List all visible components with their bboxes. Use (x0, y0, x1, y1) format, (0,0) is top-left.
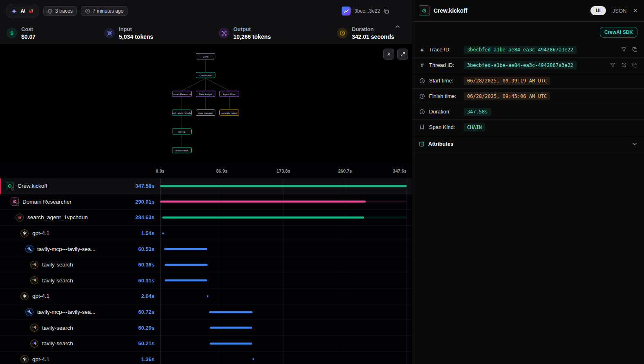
traces-count-label: 3 traces (55, 8, 73, 14)
span-name: tavily-mcp---tavily-sea... (37, 246, 134, 252)
graph-node[interactable]: Domain Researcher (172, 91, 192, 97)
span-bar[interactable] (162, 216, 364, 218)
timeline-row[interactable]: gpt-4.11.36s (0, 352, 412, 364)
field-label: Duration: (429, 109, 460, 115)
field-value: 06/28/2025, 09:39:19 AM UTC (464, 77, 550, 85)
timeline-row[interactable]: tavily-search60.31s (0, 273, 412, 289)
span-bar[interactable] (165, 264, 208, 266)
span-bar[interactable] (210, 342, 252, 344)
field-actions (621, 47, 637, 52)
graph-node[interactable]: gpt-4.1 (172, 129, 192, 135)
span-duration: 290.01s (135, 199, 154, 205)
sdk-badge-row: CrewAI SDK (412, 22, 644, 42)
axis-tick: 260.7s (338, 169, 352, 173)
clock-icon (419, 93, 425, 99)
close-panel-icon[interactable]: × (633, 7, 637, 14)
hash-icon: # (419, 47, 425, 53)
expand-graph-icon[interactable] (397, 49, 408, 60)
timeline-row[interactable]: ⚙Crew.kickoff347.58s (0, 178, 412, 194)
trace-id-short: 3bec...3e22 (354, 8, 380, 14)
timeline-row[interactable]: tavily-mcp---tavily-sea...60.53s (0, 241, 412, 257)
trace-age-label: 7 minutes ago (93, 8, 123, 14)
field-label: Span Kind: (429, 124, 460, 130)
graph-node[interactable]: crew_manager (196, 110, 215, 116)
span-name: tavily-search (42, 325, 134, 331)
row-bar-lane (160, 178, 407, 194)
span-name: tavily-mcp---tavily-sea... (37, 309, 134, 315)
span-bar[interactable] (209, 311, 253, 313)
filter-icon[interactable] (610, 62, 615, 68)
chart-icon[interactable] (342, 7, 351, 16)
external-link-icon[interactable] (621, 62, 626, 68)
graph-node[interactable]: Crew.kickoff (196, 72, 215, 78)
layers-icon (47, 9, 53, 14)
trace-age-badge[interactable]: 7 minutes ago (81, 6, 127, 16)
span-bar[interactable] (162, 232, 164, 234)
copy-icon[interactable] (632, 62, 637, 68)
tools-icon (25, 245, 34, 253)
openai-icon (20, 355, 29, 363)
span-duration: 347.58s (135, 183, 154, 189)
copy-icon[interactable] (632, 47, 637, 52)
anthropic-logo: A\ (20, 8, 25, 14)
crewai-agent-icon: ⚙ (11, 198, 19, 206)
graph-node[interactable]: generate_report (219, 110, 239, 116)
timeline-row[interactable]: gpt-4.11.54s (0, 226, 412, 242)
row-label-area: ⚙Crew.kickoff347.58s (0, 182, 160, 190)
detail-fields: #Trace ID:3becbfed-a1be-ae84-ea3c-494286… (412, 42, 644, 135)
axis-tick: 0.0s (156, 169, 164, 173)
chevron-down-icon[interactable] (632, 141, 637, 147)
span-name: Domain Researcher (22, 199, 132, 205)
span-bar[interactable] (164, 248, 207, 250)
span-bar[interactable] (210, 327, 252, 329)
span-bar[interactable] (165, 280, 207, 282)
openai-icon (20, 292, 29, 300)
close-graph-icon[interactable]: × (383, 49, 394, 60)
tab-ui[interactable]: UI (590, 6, 606, 15)
stat-input: Input 5,034 tokens (104, 26, 219, 40)
stat-cost: $ Cost $0.07 (7, 26, 104, 40)
chevron-up-icon[interactable] (395, 24, 400, 31)
row-bar-lane (160, 273, 407, 289)
field-value: 3becbfed-a1be-ae84-ea3c-4942867a3e22 (464, 61, 577, 69)
timeline-row[interactable]: search_agent_1vpchdun284.63s (0, 210, 412, 226)
row-bar-lane (160, 210, 407, 225)
graph-node[interactable]: Crew (196, 53, 215, 60)
sparkle-icon (11, 8, 17, 14)
panel-title: Crew.kickoff (434, 7, 467, 14)
openai-icon (20, 229, 29, 237)
span-bar[interactable] (253, 358, 254, 360)
span-name: tavily-search (42, 262, 134, 268)
graph-node[interactable]: Data Analyst (196, 91, 215, 97)
copy-icon[interactable] (384, 9, 389, 14)
axis-tick: 173.8s (277, 169, 291, 173)
span-bar[interactable] (207, 295, 208, 297)
graph-node[interactable]: Agent Writer (219, 91, 239, 97)
tavily-icon (30, 324, 38, 332)
attributes-section-toggle[interactable]: Attributes (412, 135, 644, 153)
timeline-row[interactable]: tavily-search60.36s (0, 257, 412, 273)
span-duration: 60.21s (138, 340, 154, 346)
timeline-row[interactable]: gpt-4.12.04s (0, 289, 412, 304)
tab-json[interactable]: JSON (613, 8, 627, 14)
stat-value: 342.01 seconds (352, 33, 394, 40)
graph-node[interactable]: tavily-search (172, 147, 192, 153)
span-detail-panel: ⚙ Crew.kickoff UI JSON × CrewAI SDK #Tra… (412, 0, 644, 364)
traces-count-badge[interactable]: 3 traces (43, 6, 77, 16)
span-bar[interactable] (160, 185, 407, 187)
span-bar[interactable] (160, 201, 366, 203)
hash-icon: # (419, 62, 425, 68)
row-bar-lane (160, 289, 407, 304)
timeline-row[interactable]: tavily-mcp---tavily-sea...60.72s (0, 304, 412, 320)
filter-icon[interactable] (621, 47, 626, 52)
dollar-icon: $ (7, 28, 17, 38)
timeline-row[interactable]: ⚙Domain Researcher290.01s (0, 194, 412, 210)
panel-tabs: UI JSON × (590, 6, 637, 15)
row-label-area: tavily-search60.21s (0, 340, 160, 348)
timeline-row[interactable]: tavily-search60.21s (0, 336, 412, 352)
row-label-area: tavily-search60.31s (0, 276, 160, 284)
span-name: gpt-4.1 (32, 293, 137, 299)
graph-node[interactable]: search_agent_1vpchdun (172, 110, 192, 116)
waterfall-timeline: 0.0s 86.9s 173.8s 260.7s 347.6s ⚙Crew.ki… (0, 163, 412, 364)
timeline-row[interactable]: tavily-search60.29s (0, 320, 412, 336)
